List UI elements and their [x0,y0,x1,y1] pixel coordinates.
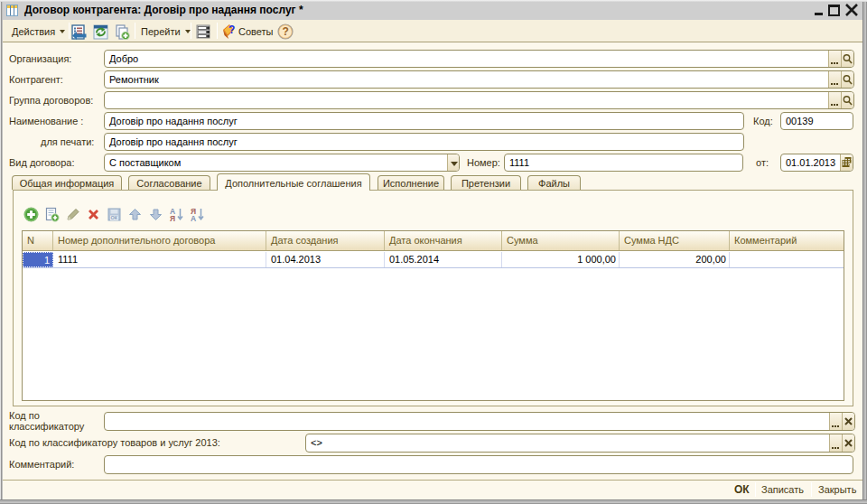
svg-text:А: А [191,214,196,222]
svg-text:?: ? [228,23,235,36]
svg-text:ОК: ОК [111,215,118,220]
svg-text:Я: Я [170,214,175,222]
svg-text:?: ? [283,25,289,38]
